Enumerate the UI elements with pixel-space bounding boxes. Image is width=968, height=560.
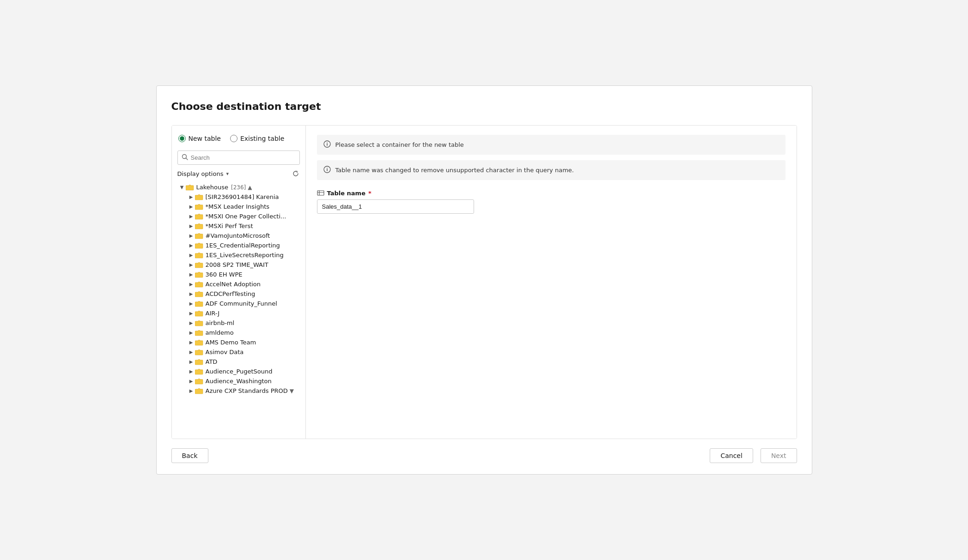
display-options-label: Display options bbox=[177, 170, 224, 177]
tree-item[interactable]: ▶ amldemo bbox=[187, 328, 300, 337]
chevron-down-icon: ▾ bbox=[226, 171, 229, 177]
tree-item-label: airbnb-ml bbox=[206, 319, 235, 326]
item-chevron-icon: ▶ bbox=[188, 243, 195, 248]
tree-item[interactable]: ▶ Audience_PugetSound bbox=[187, 367, 300, 376]
svg-rect-17 bbox=[195, 331, 203, 336]
tree-item-label: 2008 SP2 TIME_WAIT bbox=[206, 261, 268, 268]
tree-children: ▶ [SIR236901484] Karenia▶ *MSX Leader In… bbox=[177, 192, 300, 396]
tree-item[interactable]: ▶ ADF Community_Funnel bbox=[187, 299, 300, 308]
tree-item[interactable]: ▶ [SIR236901484] Karenia bbox=[187, 192, 300, 202]
existing-table-radio[interactable] bbox=[230, 135, 237, 142]
tree-item-label: amldemo bbox=[206, 329, 234, 336]
tree-item[interactable]: ▶ #VamoJuntoMicrosoft bbox=[187, 231, 300, 241]
item-chevron-icon: ▶ bbox=[188, 330, 195, 335]
tree-item[interactable]: ▶ 360 EH WPE bbox=[187, 270, 300, 279]
scroll-down-icon: ▼ bbox=[290, 388, 294, 394]
back-button[interactable]: Back bbox=[171, 448, 208, 463]
item-chevron-icon: ▶ bbox=[188, 349, 195, 355]
tree-item-label: Audience_PugetSound bbox=[206, 368, 273, 375]
tree-item[interactable]: ▶ Audience_Washington bbox=[187, 376, 300, 386]
svg-rect-19 bbox=[195, 350, 203, 355]
table-name-input[interactable] bbox=[317, 199, 474, 214]
tree-item[interactable]: ▶ AMS Demo Team bbox=[187, 337, 300, 347]
search-box[interactable] bbox=[177, 151, 300, 165]
svg-rect-9 bbox=[195, 253, 203, 258]
svg-rect-7 bbox=[195, 234, 203, 239]
existing-table-radio-label[interactable]: Existing table bbox=[230, 135, 284, 142]
root-label: Lakehouse bbox=[196, 184, 228, 191]
tree-item-label: Audience_Washington bbox=[206, 378, 272, 385]
table-name-section: Table name * bbox=[317, 189, 785, 214]
table-type-radio-group: New table Existing table bbox=[177, 133, 300, 144]
refresh-button[interactable] bbox=[292, 169, 300, 178]
new-table-radio[interactable] bbox=[178, 135, 186, 142]
tree-item[interactable]: ▶ *MSXi Perf Terst bbox=[187, 221, 300, 231]
new-table-radio-label[interactable]: New table bbox=[178, 135, 221, 142]
folder-icon bbox=[195, 349, 203, 355]
cancel-button[interactable]: Cancel bbox=[710, 448, 753, 463]
tree-item-label: #VamoJuntoMicrosoft bbox=[206, 232, 270, 239]
root-folder-icon bbox=[186, 184, 194, 191]
root-count: [236] bbox=[231, 184, 246, 191]
folder-icon bbox=[195, 368, 203, 375]
tree-item[interactable]: ▶ 1ES_LiveSecretsReporting bbox=[187, 250, 300, 260]
info-banner: Please select a container for the new ta… bbox=[317, 135, 785, 155]
tree-item[interactable]: ▶ *MSX Leader Insights bbox=[187, 202, 300, 211]
tree-item[interactable]: ▶ ATD bbox=[187, 357, 300, 367]
svg-point-26 bbox=[327, 142, 328, 143]
item-chevron-icon: ▶ bbox=[188, 262, 195, 267]
tree-item[interactable]: ▶ AccelNet Adoption bbox=[187, 279, 300, 289]
svg-rect-20 bbox=[195, 360, 203, 365]
tree-item[interactable]: ▶ ACDCPerfTesting bbox=[187, 289, 300, 299]
tree-item-label: AMS Demo Team bbox=[206, 339, 256, 346]
item-chevron-icon: ▶ bbox=[188, 359, 195, 364]
svg-rect-11 bbox=[195, 273, 203, 277]
svg-rect-10 bbox=[195, 263, 203, 268]
tree-item[interactable]: ▶ *MSXI One Pager Collecti... bbox=[187, 211, 300, 221]
item-chevron-icon: ▶ bbox=[188, 301, 195, 306]
display-options-button[interactable]: Display options ▾ bbox=[177, 170, 229, 177]
svg-line-1 bbox=[186, 158, 188, 160]
folder-icon bbox=[195, 310, 203, 317]
tree-root-item[interactable]: ▼ Lakehouse [236] ▲ bbox=[177, 182, 300, 192]
item-chevron-icon: ▶ bbox=[188, 379, 195, 384]
folder-icon bbox=[195, 223, 203, 229]
tree-item-label: AIR-J bbox=[206, 310, 219, 317]
tree-item-label: 1ES_CredentialReporting bbox=[206, 242, 280, 249]
folder-icon bbox=[195, 291, 203, 297]
left-panel: New table Existing table bbox=[172, 126, 306, 439]
folder-icon bbox=[195, 204, 203, 210]
item-chevron-icon: ▶ bbox=[188, 311, 195, 316]
choose-destination-dialog: Choose destination target New table Exis… bbox=[156, 85, 812, 475]
tree-container[interactable]: ▼ Lakehouse [236] ▲ ▶ [SIR236901484] K bbox=[177, 182, 300, 431]
tree-item-label: Asimov Data bbox=[206, 349, 244, 355]
folder-icon bbox=[195, 233, 203, 239]
folder-icon bbox=[195, 339, 203, 346]
required-star: * bbox=[368, 190, 371, 197]
info-message: Please select a container for the new ta… bbox=[335, 141, 464, 148]
tree-item[interactable]: ▶ airbnb-ml bbox=[187, 318, 300, 328]
tree-item[interactable]: ▶ Azure CXP Standards PROD▼ bbox=[187, 386, 300, 396]
folder-icon bbox=[195, 281, 203, 288]
next-button[interactable]: Next bbox=[761, 448, 797, 463]
existing-table-label: Existing table bbox=[240, 135, 284, 142]
tree-item-label: [SIR236901484] Karenia bbox=[206, 193, 279, 200]
folder-icon bbox=[195, 378, 203, 385]
item-chevron-icon: ▶ bbox=[188, 282, 195, 287]
item-chevron-icon: ▶ bbox=[188, 204, 195, 209]
warning-message: Table name was changed to remove unsuppo… bbox=[335, 167, 574, 174]
search-input[interactable] bbox=[191, 154, 296, 161]
svg-rect-13 bbox=[195, 292, 203, 297]
item-chevron-icon: ▶ bbox=[188, 223, 195, 229]
tree-item[interactable]: ▶ Asimov Data bbox=[187, 347, 300, 357]
search-icon bbox=[182, 153, 188, 162]
tree-item[interactable]: ▶ 1ES_CredentialReporting bbox=[187, 241, 300, 250]
svg-rect-14 bbox=[195, 302, 203, 307]
tree-item[interactable]: ▶ 2008 SP2 TIME_WAIT bbox=[187, 260, 300, 270]
new-table-label: New table bbox=[189, 135, 221, 142]
tree-item-label: *MSXI One Pager Collecti... bbox=[206, 213, 286, 220]
info-icon bbox=[323, 140, 331, 149]
tree-item[interactable]: ▶ AIR-J bbox=[187, 308, 300, 318]
tree-item-label: 1ES_LiveSecretsReporting bbox=[206, 252, 284, 259]
folder-icon bbox=[195, 271, 203, 278]
